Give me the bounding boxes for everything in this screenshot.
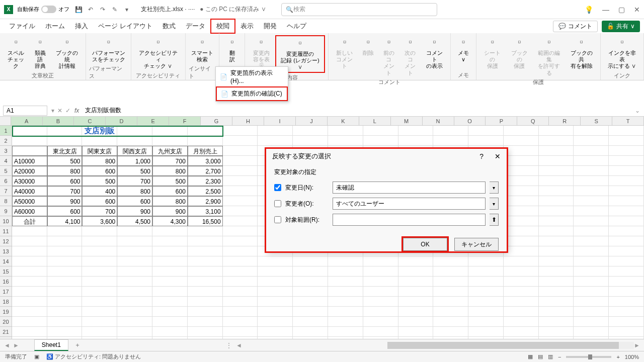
tab-挿入[interactable]: 挿入 (70, 20, 93, 33)
ribbon-前のコメント: ▫前のコメント (379, 35, 399, 77)
menu-item[interactable]: 📄変更箇所の表示(H)... (216, 67, 288, 86)
expand-formula-icon[interactable]: ⌄ (635, 107, 640, 114)
dropdown-icon[interactable]: ▾ (51, 107, 54, 114)
help-icon[interactable]: 💡 (585, 6, 593, 14)
search-input[interactable]: 🔍 検索 (281, 3, 437, 16)
ok-button[interactable]: OK (403, 238, 447, 251)
where-checkbox[interactable] (274, 216, 281, 223)
add-sheet-icon[interactable]: ＋ (74, 341, 80, 349)
search-icon: 🔍 (286, 6, 293, 13)
where-input[interactable] (333, 214, 486, 226)
formula-bar[interactable]: 支店別販個数 (82, 105, 635, 116)
horizontal-scrollbar[interactable] (387, 342, 634, 349)
dialog-title: 反映する変更の選択 (272, 152, 331, 161)
ribbon-コメントの表示[interactable]: ▫コメントの表示 (422, 35, 447, 71)
brush-icon[interactable]: ✎ (111, 6, 119, 14)
close-icon[interactable]: ✕ (634, 6, 640, 14)
accessibility-status[interactable]: ♿ アクセシビリティ: 問題ありません (46, 353, 141, 360)
when-checkbox[interactable] (274, 184, 281, 191)
range-select-icon[interactable]: ⬆ (490, 214, 499, 226)
tab-ヘルプ[interactable]: ヘルプ (282, 20, 311, 33)
page-layout-icon[interactable]: ▤ (538, 353, 543, 360)
minimize-icon[interactable]: — (602, 6, 609, 14)
ribbon-削除: ▫削除 (359, 35, 378, 57)
ribbon-シートの保護: ▫シートの保護 (479, 35, 506, 71)
ribbon-パフォーマンスを[interactable]: ▫パフォーマンスをチェック (90, 35, 127, 64)
sheet-tab[interactable]: Sheet1 (34, 339, 68, 351)
tab-開発[interactable]: 開発 (259, 20, 282, 33)
ribbon-次のコメント: ▫次のコメント (400, 35, 421, 77)
sheet-tab-bar: ◄ ► Sheet1 ＋ ⋮ ◄ ► (0, 339, 644, 351)
tab-校閲[interactable]: 校閲 (210, 19, 235, 34)
dialog-section-label: 変更対象の指定 (274, 168, 499, 176)
ribbon-ブックの統計情報[interactable]: ▫ブックの統計情報 (51, 35, 83, 71)
saved-status[interactable]: ● この PC に保存済み ∨ (200, 5, 266, 14)
sheet-prev-icon[interactable]: ◄ (4, 342, 10, 349)
where-label: 対象範囲(R): (285, 216, 329, 224)
ribbon-スペルチェック[interactable]: ▫スペルチェック (3, 35, 29, 71)
ribbon-メモ∨[interactable]: ▫メモ∨ (454, 35, 473, 64)
who-dropdown-icon[interactable]: ▾ (490, 198, 499, 210)
menu-tabs: ファイルホーム挿入ページ レイアウト数式データ校閲表示開発ヘルプ 💬 コメント … (0, 19, 644, 33)
tab-ページ レイアウト[interactable]: ページ レイアウト (93, 20, 157, 33)
ribbon-スマート検索[interactable]: ▫スマート検索 (189, 35, 215, 64)
when-input[interactable] (333, 182, 486, 194)
qat-more-icon[interactable]: ▾ (123, 6, 131, 14)
tab-options-icon[interactable]: ⋮ (226, 342, 232, 349)
dialog-help-icon[interactable]: ? (479, 152, 484, 160)
tab-数式[interactable]: 数式 (157, 20, 181, 33)
ribbon-インクを非表示に[interactable]: ▫インクを非表示にする ∨ (604, 35, 640, 71)
dialog-close-icon[interactable]: ✕ (495, 152, 501, 160)
who-label: 変更者(O): (285, 200, 329, 208)
scroll-left-icon[interactable]: ◄ (236, 342, 242, 349)
status-bar: 準備完了 ▣ ♿ アクセシビリティ: 問題ありません ▦ ▤ ▥ − + 100… (0, 351, 644, 362)
track-changes-dropdown: 📄変更箇所の表示(H)...📄変更箇所の確認(C) (215, 66, 288, 102)
ribbon-ブックの共有を解[interactable]: ▫ブックの共有を解除 (566, 35, 597, 71)
ribbon-翻訳[interactable]: ▫翻訳 (222, 35, 242, 64)
save-icon[interactable]: 💾 (74, 6, 83, 14)
menu-item[interactable]: 📄変更箇所の確認(C) (216, 86, 288, 101)
title-bar: X 自動保存 オフ 💾 ↶ ↷ ✎ ▾ 支社別売上.xlsx · ···· ● … (0, 0, 644, 19)
excel-icon: X (4, 5, 13, 14)
confirm-fx-icon[interactable]: ✓ (65, 107, 70, 114)
name-box[interactable] (3, 106, 47, 116)
accept-changes-dialog: 反映する変更の選択 ? ✕ 変更対象の指定 変更日(N): ▾ 変更者(O): … (266, 148, 507, 252)
when-dropdown-icon[interactable]: ▾ (490, 182, 499, 194)
autosave-toggle[interactable]: 自動保存 オフ (17, 6, 69, 13)
ribbon-ブックの保護: ▫ブックの保護 (506, 35, 532, 71)
redo-icon[interactable]: ↷ (99, 6, 107, 14)
page-break-icon[interactable]: ▥ (548, 353, 553, 360)
when-label: 変更日(N): (285, 184, 329, 192)
zoom-in-icon[interactable]: + (616, 354, 619, 360)
ribbon-変更内容を表示: ▫変更内容を表示 (248, 35, 274, 71)
filename: 支社別売上.xlsx · ···· (141, 5, 195, 14)
who-checkbox[interactable] (274, 200, 281, 207)
tab-ホーム[interactable]: ホーム (40, 20, 70, 33)
tab-表示[interactable]: 表示 (235, 20, 259, 33)
comments-button[interactable]: 💬 コメント (553, 21, 598, 32)
normal-view-icon[interactable]: ▦ (528, 353, 533, 360)
ribbon-類義語辞典[interactable]: ▫類義語辞典 (30, 35, 50, 71)
status-ready: 準備完了 (5, 353, 27, 360)
formula-bar-row: ▾ ✕ ✓ fx 支店別販個数 ⌄ (0, 105, 644, 117)
macro-icon[interactable]: ▣ (34, 353, 39, 360)
ribbon-アクセシビリティ[interactable]: ▫アクセシビリティチェック ∨ (134, 35, 182, 71)
who-input[interactable] (333, 198, 486, 210)
ribbon-新しいコメント: ▫新しいコメント (332, 35, 357, 71)
zoom-slider[interactable] (566, 356, 611, 358)
cancel-button[interactable]: キャンセル (454, 238, 499, 251)
maximize-icon[interactable]: ▢ (618, 6, 625, 14)
cancel-fx-icon[interactable]: ✕ (57, 107, 62, 114)
zoom-level[interactable]: 100% (625, 354, 639, 360)
scroll-right-icon[interactable]: ► (634, 342, 640, 349)
undo-icon[interactable]: ↶ (87, 6, 95, 14)
fx-icon[interactable]: fx (74, 107, 79, 114)
tab-ファイル[interactable]: ファイル (4, 20, 40, 33)
tab-データ[interactable]: データ (181, 20, 210, 33)
sheet-next-icon[interactable]: ► (13, 342, 19, 349)
zoom-out-icon[interactable]: − (558, 354, 561, 360)
ribbon-範囲の編集を許可: ▫範囲の編集を許可する (533, 35, 565, 77)
share-button[interactable]: 🔓 共有 ∨ (602, 21, 640, 32)
ribbon: ▫スペルチェック▫類義語辞典▫ブックの統計情報文章校正▫パフォーマンスをチェック… (0, 33, 644, 80)
